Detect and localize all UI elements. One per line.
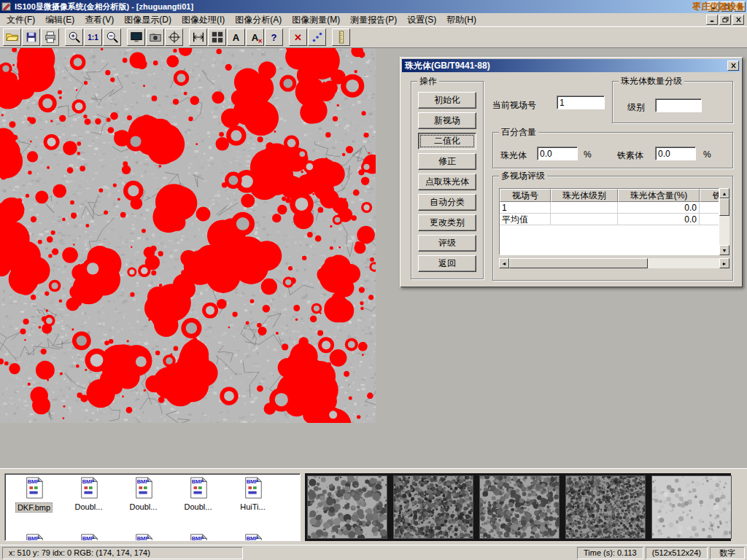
bmp-file-icon: BMP: [133, 491, 155, 502]
mdi-restore-button[interactable]: [719, 15, 731, 25]
thumbnail-1[interactable]: [307, 475, 387, 539]
scroll-left-button[interactable]: ◄: [499, 258, 509, 268]
horizontal-scroll-track[interactable]: [648, 258, 719, 268]
cut-icon[interactable]: ✕: [289, 28, 307, 46]
file-item-partial[interactable]: BMP: [61, 531, 116, 541]
target-icon[interactable]: [165, 28, 183, 46]
thumbnail-2[interactable]: [393, 475, 473, 539]
grade-input[interactable]: [655, 98, 702, 112]
mdi-close-button[interactable]: [732, 15, 744, 25]
grade-label: 级别: [627, 101, 645, 114]
metallographic-image[interactable]: [0, 48, 376, 423]
close-button[interactable]: [734, 1, 746, 12]
menu-item-1[interactable]: 文件(F): [1, 13, 40, 27]
file-item-5[interactable]: BMPHuiTi...: [225, 474, 280, 513]
capture-icon[interactable]: [127, 28, 145, 46]
window-title: IS100显微摄像系统(金相分析版) - [zhuguangti01]: [15, 1, 193, 12]
file-item-3[interactable]: BMPDoubl...: [116, 474, 171, 513]
menu-item-7[interactable]: 图像测量(M): [287, 13, 345, 27]
menu-item-6[interactable]: 图像分析(A): [230, 13, 287, 27]
camera-icon[interactable]: [146, 28, 164, 46]
help-icon[interactable]: ?: [265, 28, 283, 46]
menu-item-5[interactable]: 图像处理(I): [177, 13, 230, 27]
table-horizontal-scrollbar[interactable]: ◄ ►: [499, 258, 729, 268]
zoom-out-icon[interactable]: [103, 28, 121, 46]
op-button-9[interactable]: 返回: [418, 255, 476, 272]
svg-text:BMP: BMP: [246, 478, 258, 485]
dialog-title-bar[interactable]: 珠光体(GB/T9441-88): [402, 59, 740, 72]
application-window: IS100显微摄像系统(金相分析版) - [zhuguangti01] 枣庄仪器…: [0, 0, 747, 560]
grading-group-label: 珠光体数量分级: [619, 76, 684, 86]
bmp-file-icon: BMP: [187, 491, 209, 502]
title-bar[interactable]: IS100显微摄像系统(金相分析版) - [zhuguangti01]: [0, 0, 747, 13]
vertical-scroll-track[interactable]: [719, 216, 729, 245]
svg-text:BMP: BMP: [191, 478, 204, 485]
percent-group: 百分含量 珠光体 % 铁素体 %: [492, 132, 733, 168]
ferrite-percent-sign: %: [703, 149, 711, 160]
svg-text:BMP: BMP: [27, 478, 39, 485]
save-icon[interactable]: [22, 28, 40, 46]
scroll-up-button[interactable]: ▲: [719, 188, 729, 198]
dialog-body: 操作 初始化新视场二值化修正点取珠光体自动分类更改类别评级返回 当前视场号 珠光…: [402, 72, 740, 285]
menu-item-4[interactable]: 图像显示(D): [119, 13, 177, 27]
file-name: Doubl...: [128, 502, 159, 511]
measure-icon[interactable]: [189, 28, 207, 46]
op-button-4[interactable]: 修正: [418, 153, 476, 170]
ferrite-percent-input[interactable]: [655, 147, 696, 160]
dialog-close-button[interactable]: [727, 61, 739, 71]
toolbar: 1:1AA✕?✕: [0, 27, 747, 48]
op-button-8[interactable]: 评级: [418, 235, 476, 252]
actual-size-icon[interactable]: 1:1: [84, 28, 102, 46]
menu-item-9[interactable]: 设置(S): [402, 13, 441, 27]
menu-item-10[interactable]: 帮助(H): [441, 13, 481, 27]
vertical-scroll-thumb[interactable]: [719, 198, 729, 216]
minimize-button[interactable]: [708, 1, 719, 12]
file-name: HuiTi...: [239, 502, 266, 511]
points-icon[interactable]: [308, 28, 326, 46]
op-button-6[interactable]: 自动分类: [418, 194, 476, 211]
zoom-in-icon[interactable]: [65, 28, 83, 46]
svg-text:BMP: BMP: [136, 535, 149, 541]
open-folder-icon[interactable]: [3, 28, 21, 46]
ruler-icon[interactable]: [332, 28, 350, 46]
text-label-icon[interactable]: A: [227, 28, 245, 46]
file-item-partial[interactable]: BMP: [225, 531, 280, 541]
file-item-partial[interactable]: BMP: [171, 531, 225, 541]
file-item-partial[interactable]: BMP: [7, 531, 61, 541]
multifield-group: 多视场评级 视场号珠光体级别珠光体含量(%)铁素10.0平均值0.0 ▲ ▼ ◄…: [492, 176, 733, 281]
menu-item-3[interactable]: 查看(V): [80, 13, 119, 27]
file-item-1[interactable]: BMPDKF.bmp: [7, 474, 61, 513]
menu-item-2[interactable]: 编辑(E): [40, 13, 80, 27]
menu-item-8[interactable]: 测量报告(P): [345, 13, 402, 27]
table-cell: [551, 202, 618, 214]
thumbnail-3[interactable]: [479, 475, 560, 539]
table-row-1[interactable]: 10.0: [500, 202, 719, 214]
op-button-3[interactable]: 二值化: [418, 133, 476, 149]
table-header-1: 视场号: [500, 189, 551, 202]
thumbnail-5[interactable]: [651, 475, 732, 539]
percent-group-label: 百分含量: [499, 127, 538, 137]
file-item-4[interactable]: BMPDoubl...: [171, 474, 225, 513]
scroll-right-button[interactable]: ►: [719, 258, 729, 268]
op-button-7[interactable]: 更改类别: [418, 214, 476, 231]
op-button-1[interactable]: 初始化: [418, 92, 476, 109]
print-icon[interactable]: [41, 28, 59, 46]
count-grid-icon[interactable]: [208, 28, 226, 46]
file-item-2[interactable]: BMPDoubl...: [61, 474, 116, 513]
table-row-2[interactable]: 平均值0.0: [500, 214, 719, 225]
current-field-input[interactable]: [557, 96, 605, 109]
horizontal-scroll-thumb[interactable]: [509, 258, 648, 268]
mdi-minimize-button[interactable]: [706, 15, 718, 25]
pearlite-percent-input[interactable]: [537, 147, 578, 160]
table-vertical-scrollbar[interactable]: ▲ ▼: [719, 188, 729, 255]
restore-button[interactable]: [721, 1, 732, 12]
op-button-2[interactable]: 新视场: [418, 112, 476, 129]
op-button-5[interactable]: 点取珠光体: [418, 174, 476, 190]
operations-group-label: 操作: [417, 76, 439, 86]
file-item-partial[interactable]: BMP: [116, 531, 171, 541]
text-delete-icon[interactable]: A✕: [246, 28, 264, 46]
scroll-down-button[interactable]: ▼: [719, 245, 729, 255]
thumbnail-4[interactable]: [565, 475, 646, 539]
table-header-3: 珠光体含量(%): [618, 189, 700, 202]
cursor-position-panel: x: 510 y: 79 idx: 0 RGB: (174, 174, 174): [2, 547, 243, 559]
